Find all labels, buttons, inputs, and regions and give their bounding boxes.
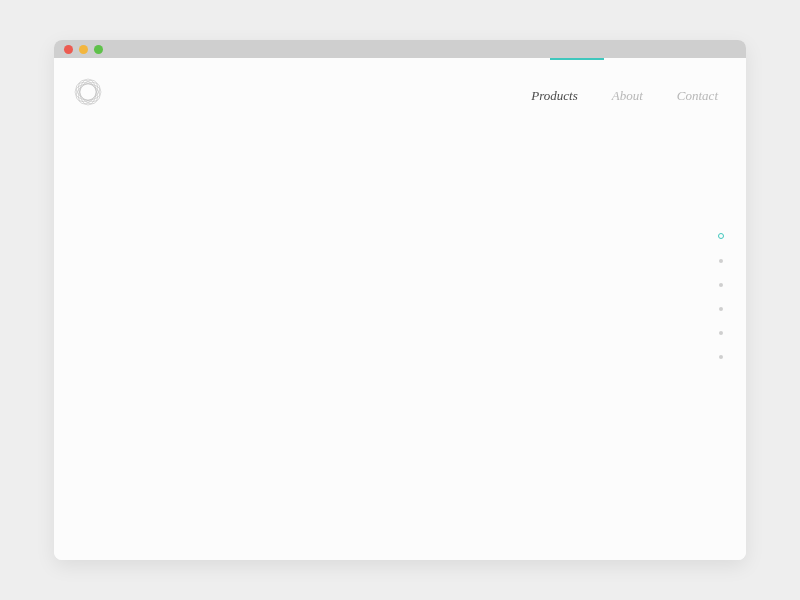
page-dot-3[interactable] (719, 283, 723, 287)
page-content: Products About Contact (54, 58, 746, 560)
close-window-button[interactable] (64, 45, 73, 54)
page-dot-1[interactable] (718, 233, 724, 239)
nav-active-indicator (550, 58, 604, 60)
page-dot-2[interactable] (719, 259, 723, 263)
page-indicator (718, 233, 724, 359)
nav-item-products[interactable]: Products (531, 88, 577, 104)
browser-window: Products About Contact (54, 40, 746, 560)
page-dot-6[interactable] (719, 355, 723, 359)
main-nav: Products About Contact (531, 80, 718, 104)
svg-point-0 (75, 84, 101, 100)
svg-point-5 (73, 79, 104, 106)
nav-item-about[interactable]: About (612, 88, 643, 104)
svg-point-4 (75, 77, 102, 108)
title-bar (54, 40, 746, 58)
logo[interactable] (72, 76, 104, 108)
minimize-window-button[interactable] (79, 45, 88, 54)
svg-point-3 (80, 79, 96, 105)
spirograph-icon (72, 76, 104, 108)
maximize-window-button[interactable] (94, 45, 103, 54)
page-dot-4[interactable] (719, 307, 723, 311)
page-dot-5[interactable] (719, 331, 723, 335)
header: Products About Contact (54, 58, 746, 108)
nav-item-contact[interactable]: Contact (677, 88, 718, 104)
